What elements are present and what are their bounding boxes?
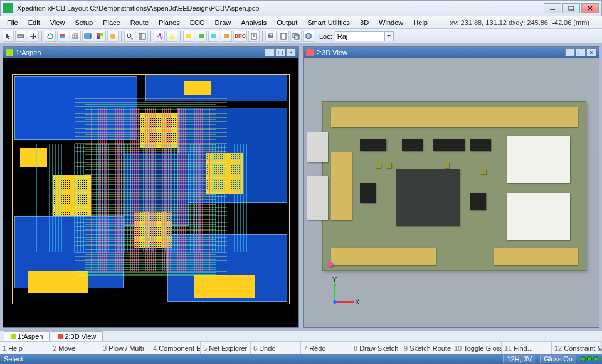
pane-maximize-button[interactable]: ▢ <box>576 48 586 56</box>
toolbar-separator <box>150 31 151 42</box>
fn-toggle-gloss[interactable]: 10Toggle Gloss <box>452 342 502 354</box>
pane-close-button[interactable]: × <box>286 48 296 56</box>
pane-2d: 1:Aspen – ▢ × <box>3 46 299 328</box>
menu-eco[interactable]: ECO <box>186 18 209 28</box>
tab-color-swatch <box>11 334 16 339</box>
fn-draw-sketch[interactable]: 8Draw Sketch <box>351 342 401 354</box>
menu-3d[interactable]: 3D <box>356 18 373 28</box>
svg-point-12 <box>110 34 115 39</box>
report-icon[interactable] <box>278 31 289 42</box>
pane-maximize-button[interactable]: ▢ <box>275 48 285 56</box>
pane-minimize-button[interactable]: – <box>265 48 275 56</box>
pane-2d-titlebar[interactable]: 1:Aspen – ▢ × <box>3 47 298 58</box>
fn-plow[interactable]: 3Plow / Multi <box>100 342 150 354</box>
window-icon[interactable] <box>290 31 302 42</box>
view-tab-bar: 1:Aspen 2:3D View <box>0 330 602 341</box>
view-tab-label: 1:Aspen <box>18 333 43 340</box>
net-toggle-icon[interactable] <box>154 31 165 42</box>
fn-find[interactable]: 11Find... <box>502 342 552 354</box>
fn-undo[interactable]: 6Undo <box>251 342 301 354</box>
svg-rect-9 <box>100 33 103 36</box>
menu-setup[interactable]: Setup <box>70 18 97 28</box>
svg-rect-19 <box>211 34 216 38</box>
layers-icon[interactable] <box>57 31 68 42</box>
toolbar-separator <box>180 31 181 42</box>
drc-icon[interactable]: DRC <box>233 31 247 42</box>
menu-planes[interactable]: Planes <box>154 18 184 28</box>
svg-rect-1 <box>569 6 574 10</box>
pcb-3d-canvas[interactable]: X Y <box>304 58 599 327</box>
print-icon[interactable] <box>265 31 277 42</box>
menu-place[interactable]: Place <box>98 18 125 28</box>
refresh-icon[interactable] <box>45 31 56 42</box>
color-icon[interactable] <box>95 31 106 42</box>
rect-green-icon[interactable] <box>196 31 207 42</box>
pane-3d-titlebar[interactable]: 2:3D View – ▢ × <box>304 47 599 58</box>
view-tab-3dview[interactable]: 2:3D View <box>51 331 103 341</box>
fn-help[interactable]: 1Help <box>0 342 50 354</box>
menu-help[interactable]: Help <box>409 18 432 28</box>
status-bar: Select 12H, 3V Gloss On <box>0 354 602 364</box>
location-input[interactable] <box>335 31 385 41</box>
status-light-icon <box>581 356 586 361</box>
svg-line-14 <box>131 38 133 39</box>
move-icon[interactable] <box>28 31 39 42</box>
location-dropdown-icon[interactable] <box>385 31 394 41</box>
window-close-button[interactable] <box>581 3 599 13</box>
fn-component-explorer[interactable]: 4Component Explorer <box>150 342 201 354</box>
pcb-2d-canvas[interactable] <box>3 58 298 327</box>
svg-rect-5 <box>60 34 65 36</box>
menu-file[interactable]: File <box>3 18 23 28</box>
app-icon <box>3 3 13 13</box>
menu-view[interactable]: View <box>46 18 70 28</box>
fn-move[interactable]: 2Move <box>50 342 100 354</box>
fn-constraint-manager[interactable]: 12Constraint Manager <box>552 342 602 354</box>
pane-close-button[interactable]: × <box>586 48 596 56</box>
menu-route[interactable]: Route <box>126 18 153 28</box>
fn-net-explorer[interactable]: 5Net Explorer <box>201 342 251 354</box>
scheme-icon[interactable] <box>107 31 119 42</box>
window-minimize-button[interactable] <box>544 3 561 13</box>
view3d-icon[interactable] <box>303 31 314 42</box>
svg-rect-18 <box>199 34 204 38</box>
toolbar-separator <box>121 31 122 42</box>
fn-redo[interactable]: 7Redo <box>301 342 351 354</box>
svg-rect-10 <box>97 36 100 39</box>
svg-rect-7 <box>85 34 91 38</box>
svg-text:X: X <box>355 298 360 306</box>
svg-point-31 <box>333 300 337 304</box>
window-maximize-button[interactable] <box>562 3 580 13</box>
status-gloss: Gloss On <box>540 355 576 363</box>
pane-3d: 2:3D View – ▢ × <box>303 46 599 328</box>
display-icon[interactable] <box>82 31 93 42</box>
menu-window[interactable]: Window <box>374 18 408 28</box>
zoom-icon[interactable] <box>124 31 135 42</box>
status-routing-mode: 12H, 3V <box>503 355 535 363</box>
panel-icon[interactable] <box>137 31 148 42</box>
cursor-icon[interactable] <box>3 31 14 42</box>
menu-analysis[interactable]: Analysis <box>236 18 271 28</box>
svg-rect-4 <box>18 35 24 38</box>
rect-cyan-icon[interactable] <box>208 31 219 42</box>
location-label: Loc: <box>319 33 332 40</box>
rect-orange-icon[interactable] <box>221 31 232 42</box>
menu-output[interactable]: Output <box>272 18 302 28</box>
pane-minimize-button[interactable]: – <box>565 48 575 56</box>
menu-draw[interactable]: Draw <box>211 18 236 28</box>
pane-icon <box>6 49 13 56</box>
fn-sketch-route[interactable]: 9Sketch Route <box>401 342 452 354</box>
main-toolbar: DRC Loc: <box>0 29 602 44</box>
svg-rect-6 <box>60 36 65 38</box>
svg-rect-11 <box>100 36 103 39</box>
svg-rect-17 <box>186 34 191 38</box>
ruler-icon[interactable] <box>15 31 26 42</box>
grid-icon[interactable] <box>70 31 81 42</box>
highlight-icon[interactable] <box>166 31 177 42</box>
menu-smart-utilities[interactable]: Smart Utilities <box>303 18 354 28</box>
menu-edit[interactable]: Edit <box>24 18 45 28</box>
view-tab-aspen[interactable]: 1:Aspen <box>4 331 50 341</box>
rules-icon[interactable] <box>248 31 260 42</box>
status-lights <box>581 356 598 361</box>
window-titlebar: Xpedition xPCB Layout C:\Demonstrations\… <box>0 0 602 16</box>
rect-yellow-icon[interactable] <box>183 31 194 42</box>
